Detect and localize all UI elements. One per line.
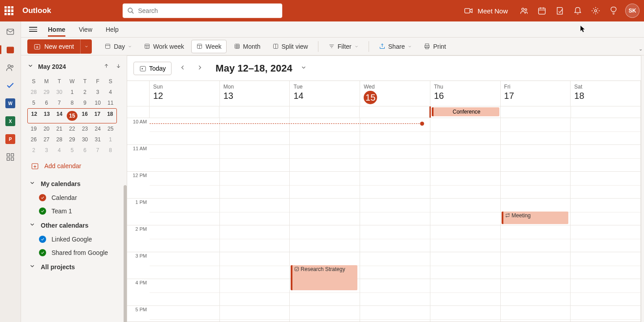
day-header[interactable]: Sun12 — [150, 81, 220, 106]
mini-day[interactable]: 13 — [40, 109, 53, 123]
time-cell[interactable] — [220, 225, 290, 252]
mini-day[interactable]: 11 — [104, 97, 117, 108]
time-cell[interactable] — [290, 225, 360, 252]
month-collapse-icon[interactable] — [27, 63, 34, 71]
day-header[interactable]: Wed15 — [360, 81, 430, 106]
mini-day[interactable]: 4 — [104, 87, 117, 97]
next-month-icon[interactable] — [115, 62, 122, 72]
time-cell[interactable] — [501, 118, 571, 144]
calendar-group[interactable]: My calendars — [27, 176, 127, 191]
todo-icon[interactable] — [5, 80, 15, 90]
time-cell[interactable] — [360, 145, 430, 171]
time-cell[interactable] — [571, 118, 641, 144]
mini-day[interactable]: 6 — [40, 97, 53, 108]
mini-day[interactable]: 21 — [53, 123, 66, 134]
time-cell[interactable] — [150, 306, 220, 322]
time-cell[interactable] — [360, 199, 430, 225]
allday-cell[interactable] — [571, 106, 641, 118]
day-header[interactable]: Fri17 — [501, 81, 571, 106]
mini-day[interactable]: 28 — [53, 134, 66, 145]
time-cell[interactable] — [150, 199, 220, 225]
prev-month-icon[interactable] — [103, 62, 110, 72]
time-cell[interactable] — [220, 145, 290, 171]
time-cell[interactable] — [290, 199, 360, 225]
allday-event[interactable]: Conference — [432, 107, 499, 116]
time-cell[interactable] — [220, 172, 290, 198]
time-cell[interactable] — [290, 172, 360, 198]
mini-day[interactable]: 28 — [27, 87, 40, 97]
mini-day[interactable]: 24 — [91, 123, 104, 134]
time-cell[interactable] — [430, 306, 501, 322]
date-range-label[interactable]: May 12–18, 2024 — [215, 63, 292, 74]
mini-day[interactable]: 22 — [66, 123, 79, 134]
time-cell[interactable] — [220, 118, 290, 144]
allday-cell[interactable] — [360, 106, 429, 118]
time-cell[interactable] — [430, 225, 501, 252]
time-cell[interactable] — [220, 252, 290, 279]
time-cell[interactable] — [360, 225, 430, 252]
mini-day[interactable]: 5 — [66, 145, 79, 156]
calendar-checkbox[interactable] — [39, 236, 46, 243]
mini-day[interactable]: 26 — [27, 134, 40, 145]
calendar-rail-icon[interactable] — [5, 45, 15, 55]
mini-day[interactable]: 14 — [53, 109, 66, 123]
mini-day[interactable]: 10 — [91, 97, 104, 108]
time-cell[interactable] — [501, 252, 571, 279]
day-header[interactable]: Sat18 — [571, 81, 641, 106]
time-cell[interactable] — [430, 145, 501, 171]
mini-day[interactable]: 12 — [28, 109, 40, 123]
time-cell[interactable] — [290, 118, 360, 144]
mini-day[interactable]: 30 — [53, 87, 66, 97]
allday-cell[interactable] — [219, 106, 289, 118]
apps-icon[interactable] — [5, 152, 15, 162]
day-header[interactable]: Tue14 — [290, 81, 360, 106]
time-cell[interactable] — [150, 225, 220, 252]
calendar-item[interactable]: Linked Google — [27, 233, 127, 246]
allday-cell[interactable] — [501, 106, 571, 118]
mini-day[interactable]: 29 — [66, 134, 79, 145]
mini-day[interactable]: 31 — [91, 134, 104, 145]
hamburger-icon[interactable] — [29, 25, 37, 33]
calendar-group[interactable]: Other calendars — [27, 218, 127, 233]
mini-day[interactable]: 2 — [27, 145, 40, 156]
mini-day[interactable]: 4 — [53, 145, 66, 156]
mini-day[interactable]: 9 — [78, 97, 91, 108]
people-icon[interactable] — [5, 63, 15, 72]
time-cell[interactable] — [571, 306, 641, 322]
mini-day[interactable]: 3 — [91, 87, 104, 97]
time-cell[interactable] — [571, 225, 641, 252]
sidebar-scrollbar[interactable] — [124, 185, 127, 322]
share-button[interactable]: Share — [374, 40, 416, 53]
add-calendar-button[interactable]: Add calendar — [27, 156, 127, 176]
time-cell[interactable] — [290, 145, 360, 171]
gear-icon[interactable] — [587, 0, 605, 21]
mini-day[interactable]: 8 — [66, 97, 79, 108]
menu-help[interactable]: Help — [106, 26, 119, 37]
word-icon[interactable]: W — [5, 98, 15, 108]
workweek-view-button[interactable]: Work week — [139, 40, 189, 53]
day-header[interactable]: Thu16 — [430, 81, 501, 106]
mini-day[interactable]: 25 — [104, 123, 117, 134]
calendar-event[interactable]: Research Strategy — [291, 265, 357, 290]
teams-icon[interactable] — [515, 0, 533, 21]
mini-day[interactable]: 15 — [66, 109, 78, 123]
time-cell[interactable] — [220, 306, 290, 322]
next-week-icon[interactable] — [194, 64, 206, 72]
meet-now-button[interactable]: Meet Now — [477, 7, 508, 15]
avatar[interactable]: SK — [625, 4, 640, 18]
note-icon[interactable] — [551, 0, 569, 21]
mini-day[interactable]: 7 — [91, 145, 104, 156]
time-cell[interactable] — [360, 252, 430, 279]
mini-day[interactable]: 18 — [104, 109, 116, 123]
app-launcher-icon[interactable] — [4, 6, 13, 15]
mini-day[interactable]: 23 — [78, 123, 91, 134]
mini-day[interactable]: 27 — [40, 134, 53, 145]
allday-cell[interactable]: Conference — [429, 106, 501, 118]
mini-day[interactable]: 1 — [104, 134, 117, 145]
mini-day[interactable]: 30 — [78, 134, 91, 145]
calendar-checkbox[interactable] — [39, 208, 46, 215]
mini-day[interactable]: 3 — [40, 145, 53, 156]
mini-day[interactable]: 17 — [91, 109, 103, 123]
mini-day[interactable]: 7 — [53, 97, 66, 108]
time-cell[interactable] — [150, 279, 220, 305]
